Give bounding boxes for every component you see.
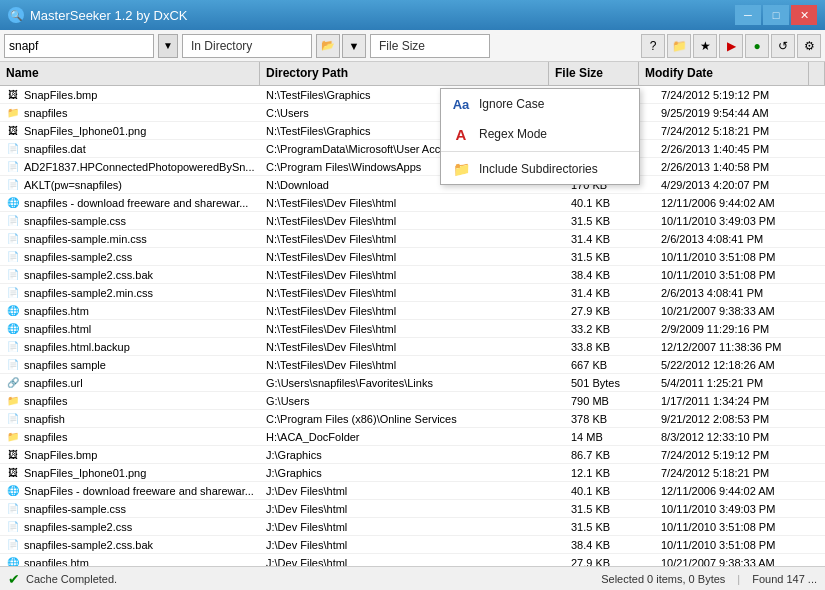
regex-mode-menu-item[interactable]: A Regex Mode	[441, 119, 639, 149]
file-name: snapfiles-sample.min.css	[24, 233, 147, 245]
cell-name: 📄 snapfiles-sample.min.css	[0, 230, 260, 247]
refresh-button[interactable]: ↺	[771, 34, 795, 58]
cell-name: 🌐 SnapFiles - download freeware and shar…	[0, 482, 260, 499]
cell-date: 12/11/2006 9:44:02 AM	[655, 482, 825, 499]
settings-button[interactable]: ⚙	[797, 34, 821, 58]
table-row[interactable]: 📄 AKLT(pw=snapfiles) N:\Download 170 KB …	[0, 176, 825, 194]
cell-name: 📁 snapfiles	[0, 392, 260, 409]
cell-date: 2/9/2009 11:29:16 PM	[655, 320, 825, 337]
file-type-icon: 📄	[6, 520, 20, 534]
table-row[interactable]: 🌐 snapfiles.htm J:\Dev Files\html 27.9 K…	[0, 554, 825, 566]
table-row[interactable]: 🔗 snapfiles.url G:\Users\snapfiles\Favor…	[0, 374, 825, 392]
table-row[interactable]: 📄 snapfiles sample N:\TestFiles\Dev File…	[0, 356, 825, 374]
cell-path: G:\Users	[260, 392, 565, 409]
file-name: snapfiles sample	[24, 359, 106, 371]
file-name: SnapFiles.bmp	[24, 449, 97, 461]
table-row[interactable]: 🌐 snapfiles.htm N:\TestFiles\Dev Files\h…	[0, 302, 825, 320]
file-type-icon: 🖼	[6, 466, 20, 480]
table-row[interactable]: 🖼 SnapFiles_Iphone01.png N:\TestFiles\Gr…	[0, 122, 825, 140]
file-type-icon: 🔗	[6, 376, 20, 390]
table-row[interactable]: 📄 snapfiles.html.backup N:\TestFiles\Dev…	[0, 338, 825, 356]
selected-items-text: Selected 0 items, 0 Bytes	[601, 573, 725, 585]
table-row[interactable]: 📄 snapfiles-sample2.css N:\TestFiles\Dev…	[0, 248, 825, 266]
file-type-icon: 📁	[6, 106, 20, 120]
table-row[interactable]: 📄 snapfish C:\Program Files (x86)\Online…	[0, 410, 825, 428]
window-controls[interactable]: ─ □ ✕	[735, 5, 817, 25]
table-row[interactable]: 🌐 snapfiles.html N:\TestFiles\Dev Files\…	[0, 320, 825, 338]
table-row[interactable]: 📄 snapfiles-sample.css N:\TestFiles\Dev …	[0, 212, 825, 230]
file-name: snapfiles - download freeware and sharew…	[24, 197, 248, 209]
table-row[interactable]: 📁 snapfiles G:\Users 790 MB 1/17/2011 1:…	[0, 392, 825, 410]
cell-size: 31.4 KB	[565, 284, 655, 301]
search-dropdown-arrow[interactable]: ▼	[158, 34, 178, 58]
maximize-button[interactable]: □	[763, 5, 789, 25]
table-row[interactable]: 📄 snapfiles-sample.min.css N:\TestFiles\…	[0, 230, 825, 248]
menu-separator	[441, 151, 639, 152]
green-button[interactable]: ●	[745, 34, 769, 58]
table-row[interactable]: 📄 snapfiles-sample2.css.bak N:\TestFiles…	[0, 266, 825, 284]
favorites-button[interactable]: ★	[693, 34, 717, 58]
cell-size: 31.4 KB	[565, 230, 655, 247]
play-button[interactable]: ▶	[719, 34, 743, 58]
ignore-case-menu-item[interactable]: Aa Ignore Case	[441, 89, 639, 119]
table-row[interactable]: 📄 snapfiles-sample2.css.bak J:\Dev Files…	[0, 536, 825, 554]
file-type-icon: 📁	[6, 394, 20, 408]
table-row[interactable]: 📄 snapfiles-sample2.min.css N:\TestFiles…	[0, 284, 825, 302]
file-type-icon: 🌐	[6, 304, 20, 318]
folder-up-button[interactable]: 📁	[667, 34, 691, 58]
status-bar: ✔ Cache Completed. Selected 0 items, 0 B…	[0, 566, 825, 590]
col-header-directory[interactable]: Directory Path	[260, 62, 549, 85]
file-name: snapfiles.html.backup	[24, 341, 130, 353]
cell-date: 10/11/2010 3:51:08 PM	[655, 248, 825, 265]
cell-name: 📁 snapfiles	[0, 428, 260, 445]
app-icon: 🔍	[8, 7, 24, 23]
close-button[interactable]: ✕	[791, 5, 817, 25]
search-input[interactable]	[4, 34, 154, 58]
table-row[interactable]: 🌐 SnapFiles - download freeware and shar…	[0, 482, 825, 500]
include-subdirs-label: Include Subdirectories	[479, 162, 598, 176]
col-header-name[interactable]: Name	[0, 62, 260, 85]
table-row[interactable]: 🖼 SnapFiles_Iphone01.png J:\Graphics 12.…	[0, 464, 825, 482]
file-type-icon: 📄	[6, 502, 20, 516]
table-body[interactable]: 🖼 SnapFiles.bmp N:\TestFiles\Graphics 12…	[0, 86, 825, 566]
file-type-icon: 📁	[6, 430, 20, 444]
cell-path: C:\Program Files (x86)\Online Services	[260, 410, 565, 427]
table-row[interactable]: 📄 snapfiles-sample.css J:\Dev Files\html…	[0, 500, 825, 518]
table-row[interactable]: 🌐 snapfiles - download freeware and shar…	[0, 194, 825, 212]
table-row[interactable]: 📄 snapfiles-sample2.css J:\Dev Files\htm…	[0, 518, 825, 536]
cell-date: 10/11/2010 3:51:08 PM	[655, 518, 825, 535]
table-row[interactable]: 📁 snapfiles H:\ACA_DocFolder 14 MB 8/3/2…	[0, 428, 825, 446]
col-header-size[interactable]: File Size	[549, 62, 639, 85]
cell-name: 🌐 snapfiles.htm	[0, 302, 260, 319]
table-row[interactable]: 📁 snapfiles C:\Users 9/25/2019 9:54:44 A…	[0, 104, 825, 122]
toolbar: ▼ In Directory 📂 ▼ File Size ? 📁 ★ ▶ ● ↺…	[0, 30, 825, 62]
app-title: MasterSeeker 1.2 by DxCK	[30, 8, 188, 23]
col-header-date[interactable]: Modify Date	[639, 62, 809, 85]
include-subdirs-menu-item[interactable]: 📁 Include Subdirectories	[441, 154, 639, 184]
cell-size: 27.9 KB	[565, 554, 655, 566]
cell-size: 38.4 KB	[565, 536, 655, 553]
help-button[interactable]: ?	[641, 34, 665, 58]
minimize-button[interactable]: ─	[735, 5, 761, 25]
cell-name: 📄 AD2F1837.HPConnectedPhotopoweredBySn..…	[0, 158, 260, 175]
table-row[interactable]: 📄 snapfiles.dat C:\ProgramData\Microsoft…	[0, 140, 825, 158]
table-row[interactable]: 🖼 SnapFiles.bmp N:\TestFiles\Graphics 12…	[0, 86, 825, 104]
dir-down-button[interactable]: ▼	[342, 34, 366, 58]
cell-name: 📁 snapfiles	[0, 104, 260, 121]
file-type-icon: 📄	[6, 412, 20, 426]
file-type-icon: 📄	[6, 178, 20, 192]
cell-date: 5/22/2012 12:18:26 AM	[655, 356, 825, 373]
cell-name: 🖼 SnapFiles_Iphone01.png	[0, 122, 260, 139]
cell-name: 📄 snapfiles.dat	[0, 140, 260, 157]
cell-path: N:\TestFiles\Dev Files\html	[260, 194, 565, 211]
cell-path: N:\TestFiles\Dev Files\html	[260, 230, 565, 247]
cell-date: 2/6/2013 4:08:41 PM	[655, 230, 825, 247]
file-name: snapfiles.htm	[24, 305, 89, 317]
table-row[interactable]: 🖼 SnapFiles.bmp J:\Graphics 86.7 KB 7/24…	[0, 446, 825, 464]
cell-path: N:\TestFiles\Dev Files\html	[260, 212, 565, 229]
table-row[interactable]: 📄 AD2F1837.HPConnectedPhotopoweredBySn..…	[0, 158, 825, 176]
table-header: Name Directory Path File Size Modify Dat…	[0, 62, 825, 86]
open-folder-button[interactable]: 📂	[316, 34, 340, 58]
include-subdirs-icon: 📁	[451, 159, 471, 179]
file-type-icon: 🖼	[6, 448, 20, 462]
